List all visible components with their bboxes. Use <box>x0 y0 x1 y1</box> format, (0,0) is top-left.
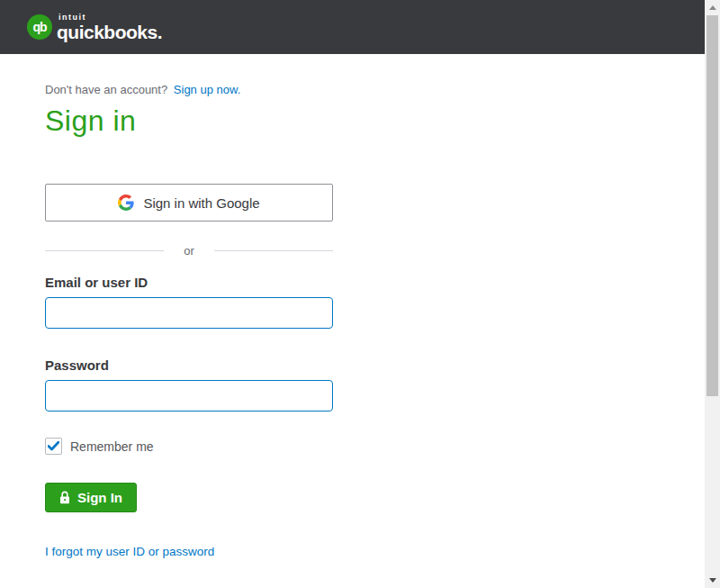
page-title: Sign in <box>45 104 705 138</box>
remember-me-checkbox[interactable] <box>45 438 62 455</box>
up-triangle-icon <box>709 5 716 10</box>
intuit-wordmark: intuit <box>58 14 162 22</box>
signup-prompt: Don't have an account? <box>45 83 167 96</box>
password-input[interactable] <box>45 380 333 412</box>
qb-circle-icon: qb <box>27 14 52 40</box>
google-signin-button[interactable]: Sign in with Google <box>45 184 333 222</box>
remember-me-row[interactable]: Remember me <box>45 438 705 455</box>
divider-line-right <box>214 250 333 251</box>
lock-icon <box>59 491 70 504</box>
email-label: Email or user ID <box>45 275 705 290</box>
scrollbar-down-arrow[interactable] <box>705 573 720 588</box>
or-divider: or <box>45 244 333 258</box>
google-g-icon <box>118 194 134 211</box>
quickbooks-logo[interactable]: qb intuit quickbooks. <box>27 14 162 41</box>
app-header: qb intuit quickbooks. <box>0 0 705 54</box>
signin-button[interactable]: Sign In <box>45 483 137 512</box>
forgot-credentials-link[interactable]: I forgot my user ID or password <box>45 545 214 558</box>
scrollbar-thumb[interactable] <box>706 15 718 396</box>
signin-form-container: Don't have an account? Sign up now. Sign… <box>0 54 705 559</box>
scrollbar-up-arrow[interactable] <box>705 0 720 15</box>
quickbooks-wordmark: quickbooks. <box>57 22 162 42</box>
signup-row: Don't have an account? Sign up now. <box>45 83 705 96</box>
signup-link[interactable]: Sign up now. <box>174 83 240 96</box>
divider-line-left <box>45 250 164 251</box>
qb-monogram: qb <box>32 20 46 34</box>
checkmark-icon <box>48 441 59 451</box>
signin-button-label: Sign In <box>77 490 122 505</box>
remember-me-label: Remember me <box>70 439 154 454</box>
password-label: Password <box>45 357 705 373</box>
brand-text: intuit quickbooks. <box>57 14 162 41</box>
google-signin-label: Sign in with Google <box>143 195 259 211</box>
email-input[interactable] <box>45 297 333 329</box>
or-label: or <box>164 244 214 258</box>
down-triangle-icon <box>709 578 716 583</box>
vertical-scrollbar[interactable] <box>705 0 720 588</box>
